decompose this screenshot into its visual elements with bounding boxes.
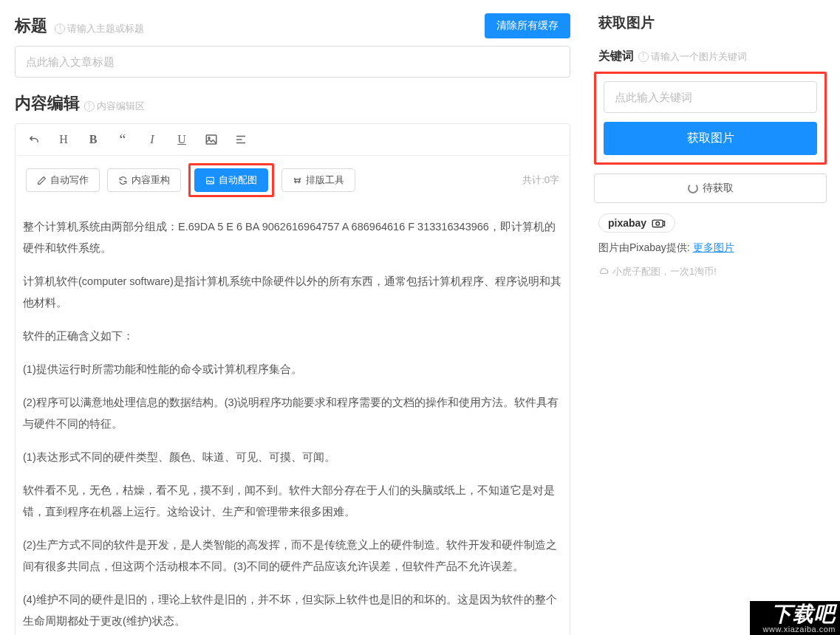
highlight-auto-image: 自动配图 [188,163,274,197]
main-editor-panel: 标题 ! 请输入主题或标题 清除所有缓存 内容编辑 ! 内容编辑区 H B “ … [0,0,585,635]
more-images-link[interactable]: 更多图片 [693,241,734,253]
restructure-button[interactable]: 内容重构 [107,168,181,192]
paragraph: (4)维护不同的硬件是旧的，理论上软件是旧的，并不坏，但实际上软件也是旧的和坏的… [23,589,562,632]
svg-point-1 [208,137,210,139]
undo-icon[interactable] [26,131,42,148]
pencil-icon [37,176,47,185]
picture-icon [205,176,215,185]
auto-write-button[interactable]: 自动写作 [26,168,100,192]
image-icon[interactable] [203,131,219,148]
paragraph: 整个计算机系统由两部分组成：E.69DA 5 E 6 BA 9062616964… [23,216,562,259]
spinner-icon [688,183,698,193]
title-hint: ! 请输入主题或标题 [55,22,144,35]
paragraph: 软件看不见，无色，枯燥，看不见，摸不到，闻不到。软件大部分存在于人们的头脑或纸上… [23,480,562,523]
paragraph: (1)提供运行时所需功能和性能的命令或计算机程序集合。 [23,359,562,380]
content-label: 内容编辑 [15,92,80,114]
keyword-input[interactable] [604,81,817,113]
image-credit: 图片由Pixabay提供: 更多图片 [598,241,827,255]
title-section-header: 标题 ! 请输入主题或标题 清除所有缓存 [15,13,570,38]
action-toolbar: 自动写作 内容重构 自动配图 排版工具 共计:0字 [16,156,570,205]
format-toolbar: H B “ I U [16,124,570,156]
bold-icon[interactable]: B [85,131,101,148]
watermark-url: www.xiazaiba.com [763,625,836,634]
content-section-header: 内容编辑 ! 内容编辑区 [15,92,570,114]
pending-status-button[interactable]: 待获取 [594,174,827,203]
layout-icon [293,176,302,185]
info-icon: ! [638,52,649,62]
keyword-label: 关键词 [598,49,634,64]
paragraph: (2)生产方式不同的软件是开发，是人类智能的高发挥，而不是传统意义上的硬件制造。… [23,535,562,577]
image-sidebar: 获取图片 关键词 ! 请输入一个图片关键词 获取图片 待获取 pixabay 图… [585,0,840,635]
info-icon: ! [55,24,65,34]
layout-tool-button[interactable]: 排版工具 [281,168,355,192]
clear-cache-button[interactable]: 清除所有缓存 [485,13,570,38]
highlight-keyword-box: 获取图片 [594,72,827,165]
svg-rect-6 [652,220,663,227]
paragraph: (1)表达形式不同的硬件类型、颜色、味道、可见、可摸、可闻。 [23,447,562,468]
title-label: 标题 [15,16,47,35]
quote-icon[interactable]: “ [115,131,131,148]
word-count: 共计:0字 [522,174,559,187]
camera-icon [651,218,666,228]
watermark-text: 下载吧 [763,604,836,625]
paragraph: (2)程序可以满意地处理信息的数据结构。(3)说明程序功能要求和程序需要的文档的… [23,392,562,435]
svg-point-7 [656,222,660,225]
footer-note: 小虎子配图，一次1淘币! [598,265,827,278]
editor-content[interactable]: 整个计算机系统由两部分组成：E.69DA 5 E 6 BA 9062616964… [16,205,570,635]
keyword-header: 关键词 ! 请输入一个图片关键词 [598,49,827,64]
paragraph: 计算机软件(computer software)是指计算机系统中除硬件以外的所有… [23,271,562,314]
auto-image-button[interactable]: 自动配图 [194,168,268,192]
editor-toolbar-container: H B “ I U 自动写作 内容重构 自 [15,123,570,635]
content-hint: ! 内容编辑区 [84,100,145,113]
keyword-hint: ! 请输入一个图片关键词 [638,50,747,64]
paragraph: 软件的正确含义如下： [23,326,562,347]
align-left-icon[interactable] [233,131,249,148]
underline-icon[interactable]: U [174,131,190,148]
info-icon: ! [84,101,95,111]
heading-icon[interactable]: H [55,131,72,148]
fetch-image-button[interactable]: 获取图片 [604,122,817,155]
pixabay-badge: pixabay [598,213,675,233]
sidebar-title: 获取图片 [598,13,827,32]
watermark: 下载吧 www.xiazaiba.com [750,601,840,635]
cloud-icon [598,267,609,277]
article-title-input[interactable] [15,46,570,78]
italic-icon[interactable]: I [144,131,160,148]
refresh-icon [118,176,128,185]
